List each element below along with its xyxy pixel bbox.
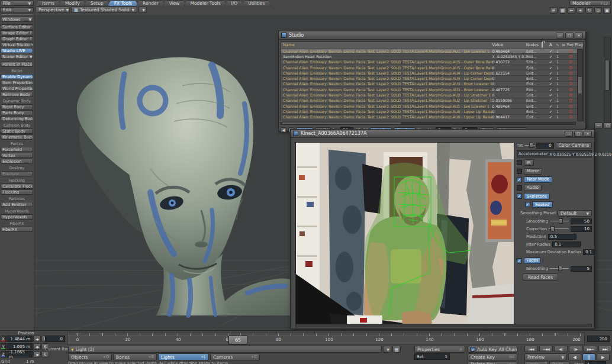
- table-row[interactable]: Channel Alien_Emissary_Nevron_Demo_Facia…: [281, 49, 583, 54]
- correction-slider[interactable]: [549, 226, 569, 231]
- tab-io[interactable]: I/O: [225, 0, 244, 6]
- next-frame-button[interactable]: ||▶: [569, 346, 582, 352]
- autokey-dropdown[interactable]: ✓ Auto Key All Channels ▼: [468, 346, 517, 353]
- edit-menu[interactable]: Edit▼: [0, 7, 34, 13]
- y-position-field[interactable]: 1.005 m: [7, 343, 33, 350]
- sidebar-item-kinematic-body[interactable]: Kinematic Body: [1, 134, 33, 140]
- table-row[interactable]: Channel Alien_Emissary_Nevron_Demo_Facia…: [281, 104, 583, 109]
- sidebar-item-static-body[interactable]: Static Body: [1, 128, 33, 134]
- play-reverse-button[interactable]: ◀: [568, 353, 581, 360]
- shading-mode-dropdown[interactable]: ■ Textured Shaded Solid ▼: [71, 7, 137, 13]
- seated-toggle[interactable]: Seated: [532, 201, 553, 208]
- audio-checkbox[interactable]: [517, 185, 522, 191]
- table-row[interactable]: Channel Alien_Emissary_Nevron_Demo_Facia…: [281, 109, 583, 114]
- file-menu[interactable]: File▼: [0, 1, 34, 7]
- z-envelope-button[interactable]: E: [41, 351, 49, 357]
- tab-view[interactable]: View: [163, 0, 186, 6]
- tilt-field[interactable]: 0: [536, 143, 554, 149]
- delete-key-button[interactable]: Delete Keydel: [468, 361, 517, 364]
- table-row[interactable]: Channel Alien_Emissary_Nevron_Demo_Facia…: [281, 82, 583, 87]
- smoothing-preset-dropdown[interactable]: Default▼: [558, 210, 592, 217]
- smoothing-slider[interactable]: [550, 218, 569, 224]
- modeler-button[interactable]: Modeler F12: [569, 1, 611, 6]
- shading-extra-dropdown[interactable]: ▼: [138, 7, 147, 13]
- col-play[interactable]: Play: [575, 43, 583, 47]
- ir-toggle[interactable]: IR: [524, 159, 534, 166]
- smoothing-field[interactable]: 50: [571, 218, 592, 224]
- table-row[interactable]: Channel Alien_Emissary_Nevron_Demo_Facia…: [281, 87, 583, 92]
- faces-smoothing-field[interactable]: 5: [571, 266, 592, 272]
- sidebar-item-image-editor[interactable]: Image EditorF6: [1, 30, 33, 36]
- prev-key-button[interactable]: +◀◀: [539, 346, 553, 352]
- color-camera-button[interactable]: Color Camera: [556, 142, 592, 149]
- menu-icon[interactable]: ≡: [550, 7, 558, 14]
- last-frame-button[interactable]: ▶▶|: [598, 346, 612, 352]
- mirror-checkbox[interactable]: [517, 169, 522, 174]
- sidebar-item-rigid-body[interactable]: Rigid Body: [1, 104, 33, 109]
- item-picker-icon[interactable]: ▦: [392, 346, 401, 353]
- preview-dropdown[interactable]: Preview▼: [524, 353, 567, 360]
- sidebar-item-item-properties[interactable]: Item Properties: [1, 80, 33, 85]
- close-icon[interactable]: ×: [584, 131, 592, 137]
- pause-button[interactable]: ||: [582, 353, 595, 360]
- sidebar-item-graph-editor[interactable]: Graph EditorF2: [1, 36, 33, 41]
- sidebar-item-calculate-flocks[interactable]: Calculate Flocks: [1, 183, 33, 189]
- seated-checkbox[interactable]: ✓: [525, 202, 530, 207]
- undo-button[interactable]: Undo: [524, 361, 548, 364]
- x-position-field[interactable]: 1.4844 m: [7, 336, 33, 342]
- tab-render[interactable]: Render: [136, 0, 165, 6]
- jitter-radius-field[interactable]: 0.1: [552, 241, 581, 247]
- play-forward-button[interactable]: ▶: [597, 353, 610, 360]
- tab-items[interactable]: Items: [36, 0, 61, 6]
- sidebar-item-flocking[interactable]: Flocking: [1, 189, 33, 195]
- sidebar-item-deforming-body[interactable]: Deforming Body: [1, 116, 33, 121]
- table-row[interactable]: Channel Alien_Emissary_Nevron_Demo_Facia…: [281, 76, 583, 81]
- cameras-button[interactable]: Cameras+C: [210, 353, 260, 360]
- sidebar-item-forcefield[interactable]: Forcefield: [1, 147, 33, 152]
- table-horizontal-scrollbar[interactable]: [281, 122, 576, 125]
- timeline-ruler[interactable]: 0 20 40 60 80 100 120 140 160 180 200 65: [67, 333, 585, 345]
- alien-head-model[interactable]: [77, 57, 303, 315]
- sidebar-item-parent-in-place[interactable]: Parent in Place: [1, 62, 33, 67]
- mirror-toggle[interactable]: Mirror: [524, 168, 542, 175]
- sidebar-item-virtual-studio[interactable]: Virtual Studio▼: [1, 42, 33, 47]
- sidebar-item-studio-live[interactable]: Studio LIVE: [1, 48, 33, 53]
- z-spinner[interactable]: ◀▶: [33, 351, 41, 357]
- table-row[interactable]: Channel Alien_Emissary_Nevron_Demo_Facia…: [281, 92, 583, 98]
- item-list-dropdown[interactable]: ▼: [383, 346, 391, 353]
- sidebar-item-explosion[interactable]: Explosion: [1, 159, 33, 164]
- tab-modeler-tools[interactable]: Modeler Tools: [184, 0, 227, 6]
- col-anim[interactable]: A: [547, 43, 554, 47]
- lights-button[interactable]: Lights+L: [158, 353, 209, 360]
- sidebar-item-fiberfx[interactable]: FiberFX: [1, 227, 33, 232]
- tab-utilities[interactable]: Utilities: [241, 0, 271, 6]
- view-type-dropdown[interactable]: Perspective ▼: [36, 7, 70, 13]
- create-key-button[interactable]: Create Keyret: [468, 353, 517, 360]
- frame-scrubber[interactable]: 65: [228, 336, 247, 344]
- sidebar-item-vortex[interactable]: Vortex: [1, 153, 33, 158]
- redo-button[interactable]: Redo: [549, 361, 569, 364]
- ir-checkbox[interactable]: [517, 160, 522, 165]
- tilt-slider[interactable]: [524, 143, 534, 148]
- step-field[interactable]: 1: [585, 361, 606, 364]
- sidebar-item-enable-dynamics[interactable]: Enable Dynamics: [1, 74, 33, 79]
- faces-toggle[interactable]: Faces: [524, 257, 541, 264]
- sidebar-item-scene-editor[interactable]: Scene Editor▼: [1, 54, 33, 59]
- bones-button[interactable]: Bones+B: [113, 353, 157, 360]
- pan-icon[interactable]: ←: [568, 7, 575, 14]
- record-icon[interactable]: [569, 94, 572, 96]
- tab-fx-tools[interactable]: FX Tools: [108, 0, 138, 6]
- maximize-icon[interactable]: □: [565, 33, 574, 38]
- sidebar-item-hypervoxels[interactable]: HyperVoxels: [1, 214, 33, 220]
- record-icon[interactable]: [569, 50, 572, 53]
- end-frame-field[interactable]: 200: [587, 336, 610, 342]
- start-frame-field[interactable]: 0: [45, 336, 65, 342]
- x-spinner[interactable]: ◀▶: [33, 336, 41, 342]
- table-row[interactable]: Channel Alien_Emissary_Nevron_Demo_Facia…: [281, 98, 583, 104]
- kinect-titlebar[interactable]: Kinect_A00366A06472137A — □ ×: [291, 130, 594, 138]
- y-spinner[interactable]: ◀▶: [33, 343, 41, 350]
- sidebar-item-windows[interactable]: Windows▼: [1, 17, 33, 22]
- table-row[interactable]: Channel Alien_Emissary_Nevron_Demo_Facia…: [281, 60, 583, 65]
- record-icon[interactable]: [569, 72, 572, 75]
- record-icon[interactable]: [569, 99, 572, 102]
